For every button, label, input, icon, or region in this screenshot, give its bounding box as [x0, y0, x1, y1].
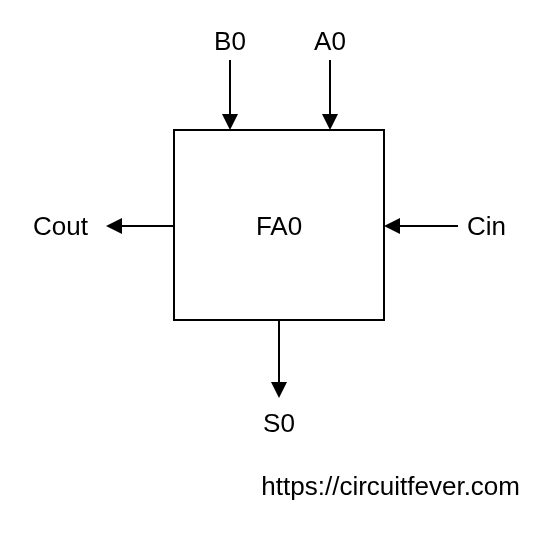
block-label: FA0 — [256, 211, 302, 241]
output-s0-label: S0 — [263, 408, 295, 438]
input-cin-arrow — [384, 218, 400, 234]
input-a0-label: A0 — [314, 26, 346, 56]
full-adder-diagram: FA0 B0 A0 Cin Cout S0 https://circuitfev… — [0, 0, 551, 536]
input-b0-arrow — [222, 114, 238, 130]
output-s0-arrow — [271, 382, 287, 398]
credit-text: https://circuitfever.com — [261, 471, 520, 501]
input-cin-label: Cin — [467, 211, 506, 241]
input-a0-arrow — [322, 114, 338, 130]
input-b0-label: B0 — [214, 26, 246, 56]
output-cout-label: Cout — [33, 211, 89, 241]
output-cout-arrow — [106, 218, 122, 234]
